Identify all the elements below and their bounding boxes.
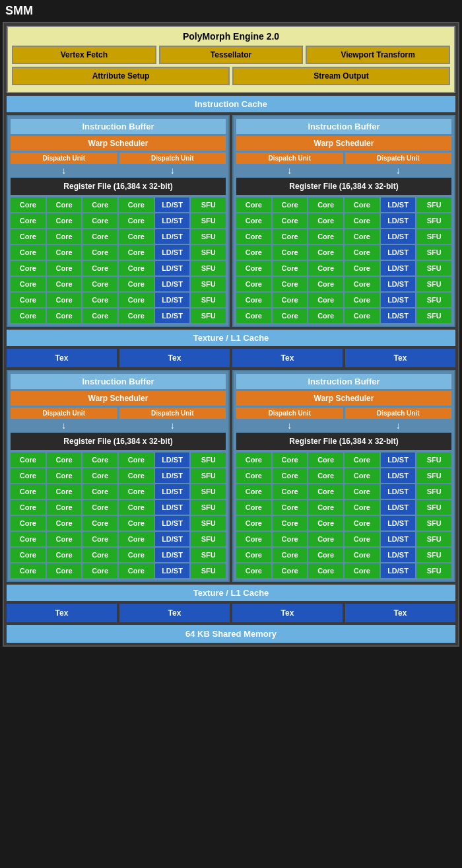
core-cell: Core — [47, 548, 82, 562]
top-right-dispatch-unit-1: Dispatch Unit — [236, 153, 343, 164]
tex-row-bottom: Tex Tex Tex Tex — [7, 604, 455, 622]
sfu-cell: SFU — [416, 532, 451, 546]
ldst-cell: LD/ST — [381, 308, 416, 323]
core-cell: Core — [119, 308, 154, 323]
ldst-cell: LD/ST — [155, 198, 190, 212]
table-row: Core Core Core Core LD/ST SFU — [11, 277, 226, 291]
bottom-right-half: Instruction Buffer Warp Scheduler Dispat… — [232, 370, 455, 582]
pm-row2: Attribute Setup Stream Output — [12, 67, 450, 85]
core-cell: Core — [273, 245, 308, 260]
core-cell: Core — [82, 532, 117, 546]
bottom-left-dispatch-row: Dispatch Unit Dispatch Unit — [11, 408, 226, 419]
top-left-dispatch-row: Dispatch Unit Dispatch Unit — [11, 153, 226, 164]
top-left-arrow-1: ↓ — [11, 165, 117, 176]
core-cell: Core — [236, 198, 271, 212]
core-cell: Core — [47, 229, 82, 244]
core-cell: Core — [236, 500, 271, 515]
table-row: Core Core Core Core LD/ST SFU — [236, 548, 451, 562]
core-cell: Core — [345, 308, 380, 323]
sfu-cell: SFU — [416, 245, 451, 260]
core-cell: Core — [11, 516, 46, 530]
core-cell: Core — [119, 468, 154, 483]
tessellator-btn[interactable]: Tessellator — [159, 46, 304, 64]
top-left-dispatch-unit-2: Dispatch Unit — [119, 153, 226, 164]
sfu-cell: SFU — [416, 484, 451, 499]
ldst-cell: LD/ST — [381, 484, 416, 499]
tex-cell-b2: Tex — [119, 604, 230, 622]
core-cell: Core — [273, 229, 308, 244]
core-cell: Core — [236, 468, 271, 483]
sfu-cell: SFU — [416, 293, 451, 307]
core-cell: Core — [308, 452, 343, 467]
core-cell: Core — [47, 468, 82, 483]
core-cell: Core — [308, 484, 343, 499]
sfu-cell: SFU — [191, 548, 226, 562]
core-cell: Core — [47, 198, 82, 212]
core-cell: Core — [345, 213, 380, 228]
viewport-transform-btn[interactable]: Viewport Transform — [306, 46, 450, 64]
table-row: Core Core Core Core LD/ST SFU — [236, 277, 451, 291]
pm-row1: Vertex Fetch Tessellator Viewport Transf… — [12, 46, 450, 64]
ldst-cell: LD/ST — [155, 468, 190, 483]
bottom-left-register-file: Register File (16,384 x 32-bit) — [11, 433, 226, 450]
core-cell: Core — [345, 293, 380, 307]
shared-memory: 64 KB Shared Memory — [7, 625, 455, 643]
table-row: Core Core Core Core LD/ST SFU — [11, 198, 226, 212]
core-cell: Core — [308, 229, 343, 244]
core-cell: Core — [119, 500, 154, 515]
bottom-right-warp-scheduler: Warp Scheduler — [236, 391, 451, 406]
core-cell: Core — [308, 468, 343, 483]
core-cell: Core — [47, 277, 82, 291]
top-right-dispatch-unit-2: Dispatch Unit — [345, 153, 452, 164]
core-cell: Core — [308, 245, 343, 260]
core-cell: Core — [308, 532, 343, 546]
bottom-right-arrow-row: ↓ ↓ — [236, 420, 451, 431]
table-row: Core Core Core Core LD/ST SFU — [236, 198, 451, 212]
top-left-instr-buffer: Instruction Buffer — [11, 119, 226, 134]
core-cell: Core — [11, 548, 46, 562]
table-row: Core Core Core Core LD/ST SFU — [236, 213, 451, 228]
core-cell: Core — [47, 213, 82, 228]
tex-cell-3: Tex — [232, 349, 343, 367]
ldst-cell: LD/ST — [381, 516, 416, 530]
core-cell: Core — [47, 293, 82, 307]
attribute-setup-btn[interactable]: Attribute Setup — [12, 67, 230, 85]
table-row: Core Core Core Core LD/ST SFU — [236, 563, 451, 578]
top-left-warp-scheduler: Warp Scheduler — [11, 136, 226, 151]
core-cell: Core — [11, 229, 46, 244]
table-row: Core Core Core Core LD/ST SFU — [236, 500, 451, 515]
top-right-arrow-1: ↓ — [236, 165, 343, 176]
core-cell: Core — [11, 500, 46, 515]
stream-output-btn[interactable]: Stream Output — [232, 67, 450, 85]
core-cell: Core — [273, 198, 308, 212]
ldst-cell: LD/ST — [381, 532, 416, 546]
core-cell: Core — [82, 293, 117, 307]
core-cell: Core — [119, 261, 154, 275]
sfu-cell: SFU — [416, 261, 451, 275]
top-right-arrow-2: ↓ — [345, 165, 452, 176]
core-cell: Core — [345, 261, 380, 275]
core-cell: Core — [82, 484, 117, 499]
top-left-half: Instruction Buffer Warp Scheduler Dispat… — [7, 115, 230, 327]
core-cell: Core — [308, 293, 343, 307]
core-cell: Core — [82, 229, 117, 244]
texture-l1-bottom: Texture / L1 Cache — [7, 585, 455, 601]
core-cell: Core — [11, 484, 46, 499]
sfu-cell: SFU — [191, 563, 226, 578]
sfu-cell: SFU — [191, 293, 226, 307]
core-cell: Core — [11, 198, 46, 212]
core-cell: Core — [236, 563, 271, 578]
core-cell: Core — [345, 532, 380, 546]
table-row: Core Core Core Core LD/ST SFU — [236, 468, 451, 483]
bottom-right-core-grid: Core Core Core Core LD/ST SFU Core Core … — [236, 452, 451, 578]
core-cell: Core — [119, 213, 154, 228]
core-cell: Core — [11, 468, 46, 483]
core-cell: Core — [47, 532, 82, 546]
core-cell: Core — [82, 516, 117, 530]
sfu-cell: SFU — [416, 516, 451, 530]
sfu-cell: SFU — [416, 277, 451, 291]
vertex-fetch-btn[interactable]: Vertex Fetch — [12, 46, 156, 64]
core-cell: Core — [273, 452, 308, 467]
ldst-cell: LD/ST — [381, 563, 416, 578]
bottom-left-dispatch-unit-2: Dispatch Unit — [119, 408, 226, 419]
